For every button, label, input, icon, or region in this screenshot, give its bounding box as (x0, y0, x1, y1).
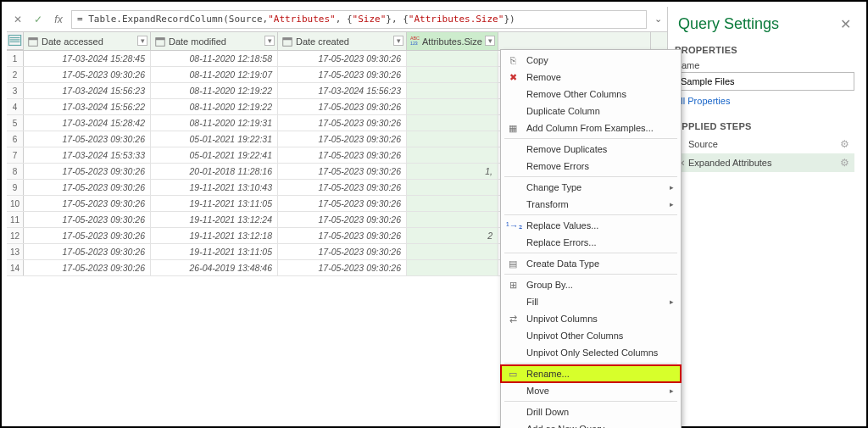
all-properties-link[interactable]: All Properties (675, 91, 730, 111)
cell[interactable]: 17-05-2023 09:30:26 (278, 147, 407, 163)
cell[interactable] (407, 180, 498, 195)
cell[interactable]: 08-11-2020 12:19:31 (151, 115, 278, 131)
ctx-transform[interactable]: Transform▸ (501, 196, 681, 213)
cell[interactable] (407, 99, 498, 114)
ctx-remove-dup[interactable]: Remove Duplicates (501, 141, 681, 158)
cell[interactable]: 26-04-2019 13:48:46 (151, 260, 278, 275)
fx-icon[interactable]: fx (51, 12, 66, 27)
row-number[interactable]: 11 (7, 212, 24, 227)
query-name-input[interactable] (675, 72, 854, 91)
formula-expand-icon[interactable]: ⌄ (652, 14, 664, 25)
cell[interactable]: 19-11-2021 13:11:05 (151, 196, 278, 211)
cell[interactable] (407, 51, 498, 66)
cell[interactable]: 17-05-2023 09:30:26 (278, 67, 407, 82)
cell[interactable] (407, 147, 498, 163)
row-number[interactable]: 4 (7, 99, 24, 114)
cell[interactable]: 08-11-2020 12:19:22 (151, 83, 278, 98)
col-date-created[interactable]: Date created▾ (278, 32, 407, 50)
cell[interactable] (407, 83, 498, 98)
cell[interactable]: 2 (407, 228, 498, 243)
row-number[interactable]: 2 (7, 67, 24, 82)
row-number[interactable]: 7 (7, 147, 24, 163)
ctx-move[interactable]: Move▸ (501, 382, 681, 399)
ctx-unpivot-selected[interactable]: Unpivot Only Selected Columns (501, 344, 681, 361)
ctx-remove[interactable]: ✖Remove (501, 69, 681, 86)
cell[interactable] (407, 196, 498, 211)
cell[interactable] (407, 131, 498, 147)
cell[interactable]: 17-05-2023 09:30:26 (24, 164, 151, 179)
cell[interactable]: 17-05-2023 09:30:26 (24, 212, 151, 227)
ctx-unpivot[interactable]: ⇄Unpivot Columns (501, 310, 681, 327)
gear-icon[interactable]: ⚙ (840, 157, 849, 169)
row-number[interactable]: 8 (7, 164, 24, 179)
select-all-corner[interactable] (7, 32, 24, 50)
ctx-duplicate[interactable]: Duplicate Column (501, 103, 681, 120)
cell[interactable] (407, 244, 498, 259)
formula-input[interactable]: = Table.ExpandRecordColumn(Source, "Attr… (71, 10, 647, 29)
filter-icon[interactable]: ▾ (137, 36, 147, 46)
cell[interactable]: 17-03-2024 15:28:42 (24, 115, 151, 131)
cell[interactable]: 08-11-2020 12:18:58 (151, 51, 278, 66)
cell[interactable]: 17-05-2023 09:30:26 (24, 67, 151, 82)
cell[interactable]: 17-05-2023 09:30:26 (24, 244, 151, 259)
ctx-replace-values[interactable]: ¹→₂Replace Values... (501, 217, 681, 234)
filter-icon[interactable]: ▾ (264, 36, 275, 46)
cell[interactable]: 17-05-2023 09:30:26 (278, 260, 407, 275)
col-attributes-size[interactable]: ABC123Attributes.Size▾ (407, 32, 498, 50)
cell[interactable]: 19-11-2021 13:11:05 (151, 244, 278, 259)
row-number[interactable]: 13 (7, 244, 24, 259)
cell[interactable]: 17-05-2023 09:30:26 (24, 260, 151, 275)
col-date-accessed[interactable]: Date accessed▾ (24, 32, 151, 50)
cell[interactable] (407, 115, 498, 131)
accept-icon[interactable]: ✓ (31, 12, 46, 27)
cell[interactable]: 08-11-2020 12:19:07 (151, 67, 278, 82)
filter-icon[interactable]: ▾ (393, 36, 403, 46)
cell[interactable]: 17-05-2023 09:30:26 (24, 196, 151, 211)
cell[interactable]: 17-05-2023 09:30:26 (278, 131, 407, 147)
cell[interactable]: 17-05-2023 09:30:26 (278, 212, 407, 227)
ctx-replace-errors[interactable]: Replace Errors... (501, 234, 681, 251)
cell[interactable]: 19-11-2021 13:12:24 (151, 212, 278, 227)
cell[interactable]: 17-05-2023 09:30:26 (24, 180, 151, 195)
col-folder-path[interactable] (498, 32, 651, 50)
row-number[interactable]: 14 (7, 260, 24, 275)
ctx-change-type[interactable]: Change Type▸ (501, 179, 681, 196)
cell[interactable]: 17-05-2023 09:30:26 (278, 115, 407, 131)
row-number[interactable]: 3 (7, 83, 24, 98)
cell[interactable]: 20-01-2018 11:28:16 (151, 164, 278, 179)
ctx-create-data-type[interactable]: ▤Create Data Type (501, 255, 681, 272)
cell[interactable]: 17-05-2023 09:30:26 (278, 228, 407, 243)
cell[interactable]: 08-11-2020 12:19:22 (151, 99, 278, 114)
row-number[interactable]: 6 (7, 131, 24, 147)
col-date-modified[interactable]: Date modified▾ (151, 32, 278, 50)
cell[interactable]: 17-05-2023 09:30:26 (24, 228, 151, 243)
cell[interactable]: 19-11-2021 13:10:43 (151, 180, 278, 195)
cell[interactable]: 17-03-2024 15:56:23 (278, 83, 407, 98)
ctx-add-from-examples[interactable]: ▦Add Column From Examples... (501, 120, 681, 136)
cell[interactable]: 1, (407, 164, 498, 179)
row-number[interactable]: 5 (7, 115, 24, 131)
step-source[interactable]: Source⚙ (675, 135, 854, 153)
cell[interactable]: 17-05-2023 09:30:26 (278, 164, 407, 179)
cell[interactable]: 05-01-2021 19:22:31 (151, 131, 278, 147)
step-expanded-attributes[interactable]: ✕Expanded Attributes⚙ (675, 153, 854, 172)
cell[interactable]: 17-05-2023 09:30:26 (24, 131, 151, 147)
cell[interactable]: 17-05-2023 09:30:26 (278, 244, 407, 259)
ctx-add-new-query[interactable]: Add as New Query (501, 420, 681, 428)
cell[interactable]: 17-03-2024 15:56:22 (24, 99, 151, 114)
row-number[interactable]: 9 (7, 180, 24, 195)
row-number[interactable]: 12 (7, 228, 24, 243)
filter-icon[interactable]: ▾ (485, 36, 495, 46)
cell[interactable]: 05-01-2021 19:22:41 (151, 147, 278, 163)
ctx-rename[interactable]: ▭Rename... (501, 365, 681, 382)
close-icon[interactable]: ✕ (840, 16, 851, 32)
ctx-fill[interactable]: Fill▸ (501, 293, 681, 310)
ctx-drill-down[interactable]: Drill Down (501, 403, 681, 420)
gear-icon[interactable]: ⚙ (840, 138, 849, 150)
row-number[interactable]: 1 (7, 51, 24, 66)
cell[interactable]: 17-05-2023 09:30:26 (278, 196, 407, 211)
ctx-unpivot-other[interactable]: Unpivot Other Columns (501, 327, 681, 344)
cell[interactable] (407, 260, 498, 275)
ctx-group-by[interactable]: ⊞Group By... (501, 276, 681, 293)
cell[interactable]: 17-05-2023 09:30:26 (278, 99, 407, 114)
